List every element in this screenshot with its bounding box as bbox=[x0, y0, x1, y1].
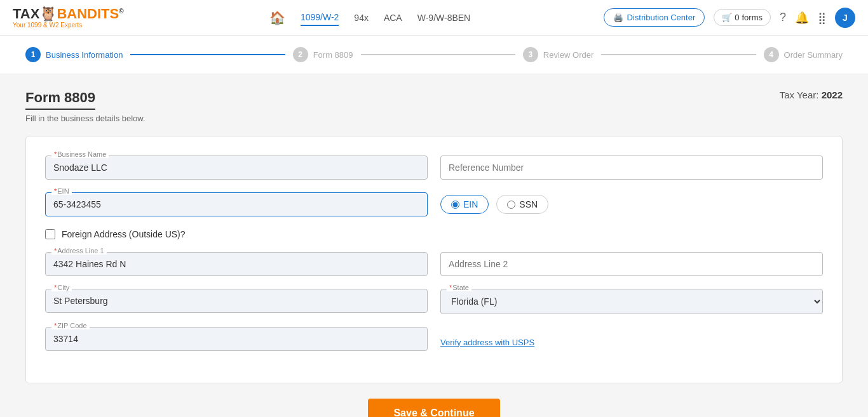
step-1-circle: 1 bbox=[25, 47, 41, 62]
ein-radio-option[interactable]: EIN bbox=[440, 195, 489, 214]
address-line1-group: *Address Line 1 bbox=[45, 252, 428, 276]
notification-button[interactable]: 🔔 bbox=[795, 11, 809, 25]
address-line1-label: *Address Line 1 bbox=[51, 247, 107, 255]
tax-year: Tax Year: 2022 bbox=[780, 89, 843, 100]
logo-text: TAX🦉BANDITS© bbox=[13, 7, 124, 21]
tax-year-area: Tax Year: 2022 bbox=[780, 89, 843, 100]
progress-bar: 1 Business Information 2 Form 8809 3 Rev… bbox=[0, 36, 868, 74]
page-header: Form 8809 Tax Year: 2022 bbox=[25, 89, 843, 110]
state-label: *State bbox=[447, 284, 471, 291]
step-2-circle: 2 bbox=[293, 47, 308, 62]
ein-input[interactable] bbox=[45, 192, 428, 216]
tax-id-radio-group: EIN SSN bbox=[440, 195, 548, 214]
ein-radio-input[interactable] bbox=[451, 201, 459, 209]
form-title: Form 8809 bbox=[25, 89, 95, 110]
save-continue-button[interactable]: Save & Continue bbox=[368, 399, 499, 417]
step-4-label: Order Summary bbox=[784, 50, 843, 60]
cart-icon: 🛒 bbox=[722, 13, 732, 22]
ein-radio-label: EIN bbox=[463, 199, 478, 209]
step-4: 4 Order Summary bbox=[764, 47, 843, 62]
form-card: *Business Name *EIN EIN bbox=[25, 136, 843, 383]
address-line1-input[interactable] bbox=[45, 252, 428, 276]
cart-count: 0 bbox=[735, 13, 739, 22]
step-3-label: Review Order bbox=[543, 50, 593, 60]
ssn-radio-input[interactable] bbox=[507, 201, 515, 209]
business-name-input[interactable] bbox=[45, 156, 428, 180]
city-group: *City bbox=[45, 289, 428, 314]
step-line-1 bbox=[130, 54, 285, 55]
address-line2-group bbox=[440, 252, 823, 276]
header: TAX🦉BANDITS© Your 1099 & W2 Experts 🏠 10… bbox=[0, 0, 868, 36]
step-3: 3 Review Order bbox=[523, 47, 593, 62]
foreign-address-checkbox[interactable] bbox=[45, 229, 55, 239]
ssn-radio-label: SSN bbox=[519, 199, 538, 209]
dist-center-label: Distribution Center bbox=[627, 13, 696, 22]
step-2: 2 Form 8809 bbox=[293, 47, 353, 62]
printer-icon: 🖨️ bbox=[613, 13, 623, 22]
state-select[interactable]: Florida (FL) Alabama (AL) Alaska (AK) Ar… bbox=[440, 289, 823, 314]
ein-group: *EIN bbox=[45, 192, 428, 216]
ssn-radio-option[interactable]: SSN bbox=[496, 195, 548, 214]
nav-links: 🏠 1099/W-2 94x ACA W-9/W-8BEN bbox=[156, 10, 585, 26]
step-line-3 bbox=[601, 54, 756, 55]
state-group: *State Florida (FL) Alabama (AL) Alaska … bbox=[440, 289, 823, 314]
reference-number-group bbox=[440, 156, 823, 180]
usps-group: Verify address with USPS bbox=[440, 331, 823, 347]
verify-usps-link[interactable]: Verify address with USPS bbox=[440, 338, 534, 347]
grid-icon[interactable]: ⣿ bbox=[818, 11, 826, 25]
logo: TAX🦉BANDITS© Your 1099 & W2 Experts bbox=[13, 7, 124, 29]
ein-label: *EIN bbox=[51, 187, 72, 195]
form-description: Fill in the business details below. bbox=[25, 114, 843, 123]
nav-w9-w8ben[interactable]: W-9/W-8BEN bbox=[417, 10, 471, 25]
nav-aca[interactable]: ACA bbox=[384, 10, 402, 25]
form-row-3: *Address Line 1 bbox=[45, 252, 823, 276]
foreign-address-label: Foreign Address (Outside US)? bbox=[62, 229, 186, 239]
business-name-label: *Business Name bbox=[51, 150, 109, 158]
zip-group: *ZIP Code bbox=[45, 327, 428, 351]
address-line2-input[interactable] bbox=[440, 252, 823, 276]
help-button[interactable]: ? bbox=[780, 11, 786, 24]
city-input[interactable] bbox=[45, 289, 428, 313]
cart-area[interactable]: 🛒 0 forms bbox=[714, 9, 771, 26]
step-1-label: Business Information bbox=[46, 50, 123, 60]
main-content: Form 8809 Tax Year: 2022 Fill in the bus… bbox=[0, 74, 868, 417]
form-row-4: *City *State Florida (FL) Alabama (AL) A… bbox=[45, 289, 823, 314]
business-name-group: *Business Name bbox=[45, 156, 428, 180]
step-3-circle: 3 bbox=[523, 47, 538, 62]
reference-number-input[interactable] bbox=[440, 156, 823, 180]
form-row-2: *EIN EIN SSN bbox=[45, 192, 823, 216]
form-row-5: *ZIP Code Verify address with USPS bbox=[45, 327, 823, 351]
form-row-1: *Business Name bbox=[45, 156, 823, 180]
avatar[interactable]: J bbox=[835, 8, 855, 28]
zip-input[interactable] bbox=[45, 327, 428, 351]
cart-forms-label: forms bbox=[742, 13, 763, 22]
logo-tagline: Your 1099 & W2 Experts bbox=[13, 22, 124, 29]
nav-1099-w2[interactable]: 1099/W-2 bbox=[301, 10, 339, 26]
foreign-address-row: Foreign Address (Outside US)? bbox=[45, 229, 823, 239]
step-1: 1 Business Information bbox=[25, 47, 123, 62]
city-label: *City bbox=[51, 284, 72, 291]
nav-94x[interactable]: 94x bbox=[354, 10, 369, 25]
step-line-2 bbox=[361, 54, 515, 55]
header-right: 🖨️ Distribution Center 🛒 0 forms ? 🔔 ⣿ J bbox=[604, 8, 855, 28]
step-4-circle: 4 bbox=[764, 47, 779, 62]
tax-id-type-group: EIN SSN bbox=[440, 192, 823, 216]
zip-label: *ZIP Code bbox=[51, 322, 90, 329]
form-title-area: Form 8809 bbox=[25, 89, 95, 110]
home-icon[interactable]: 🏠 bbox=[269, 10, 285, 25]
step-2-label: Form 8809 bbox=[313, 50, 353, 60]
distribution-center-button[interactable]: 🖨️ Distribution Center bbox=[604, 8, 705, 27]
